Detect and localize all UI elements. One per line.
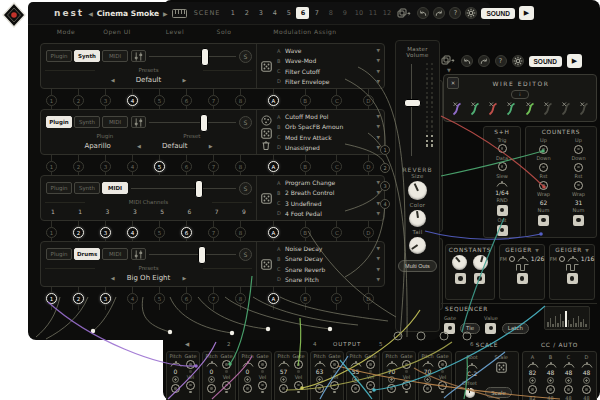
play-button[interactable]: ▶ bbox=[567, 54, 582, 68]
port-5[interactable]: 5 bbox=[154, 227, 165, 238]
port-8[interactable]: 8 bbox=[235, 227, 246, 238]
vel-port[interactable] bbox=[402, 381, 411, 390]
port-3[interactable]: 3 bbox=[100, 293, 111, 304]
mod-input-port[interactable] bbox=[172, 376, 179, 383]
slider-handle[interactable] bbox=[200, 114, 208, 132]
port-7[interactable]: 7 bbox=[208, 293, 219, 304]
reverb-input-port-2[interactable]: 2 bbox=[380, 163, 390, 173]
slider-handle[interactable] bbox=[198, 246, 206, 264]
value-prev-button[interactable]: ◀ bbox=[137, 143, 141, 149]
duplicate-icon[interactable] bbox=[397, 8, 411, 18]
vel-port[interactable] bbox=[186, 381, 195, 390]
port-6[interactable]: 6 bbox=[181, 227, 192, 238]
rate-knob[interactable] bbox=[567, 255, 579, 262]
port-1[interactable]: 1 bbox=[46, 227, 57, 238]
gate-port[interactable] bbox=[330, 360, 339, 369]
mode-button-midi[interactable]: MIDI bbox=[102, 116, 128, 128]
wire-delete-4[interactable] bbox=[504, 100, 517, 116]
midi-channel-value[interactable]: 1 bbox=[51, 208, 55, 215]
master-volume-slider[interactable] bbox=[398, 61, 437, 159]
root-knob[interactable] bbox=[466, 362, 478, 369]
geiger-name[interactable]: GEIGER bbox=[555, 247, 582, 253]
pitch-knob[interactable] bbox=[242, 360, 254, 367]
port-d[interactable]: D bbox=[363, 95, 374, 106]
info-icon[interactable]: i bbox=[511, 90, 529, 99]
pitch-port[interactable] bbox=[207, 384, 216, 393]
mod-input-port[interactable] bbox=[424, 376, 431, 383]
scene-button-11[interactable]: 11 bbox=[366, 7, 379, 19]
port-c[interactable]: C bbox=[331, 95, 342, 106]
port-8[interactable]: 8 bbox=[235, 161, 246, 172]
mod-input-port[interactable] bbox=[244, 376, 251, 383]
trig-port[interactable] bbox=[498, 144, 507, 153]
midi-channel-value[interactable]: 9 bbox=[242, 208, 246, 215]
mode-button-synth[interactable]: Synth bbox=[74, 182, 100, 194]
mod-input-port[interactable] bbox=[352, 376, 359, 383]
rnd-port[interactable] bbox=[497, 205, 508, 216]
pitch-port[interactable] bbox=[243, 384, 252, 393]
port-a[interactable]: A bbox=[268, 227, 279, 238]
scene-button-10[interactable]: 10 bbox=[352, 7, 365, 19]
cc-mod-port[interactable] bbox=[565, 377, 572, 384]
multi-outs-button[interactable]: Multi Outs bbox=[398, 260, 437, 272]
wire-delete-7[interactable] bbox=[559, 100, 572, 116]
cc-out-port[interactable] bbox=[528, 385, 537, 394]
port-c[interactable]: C bbox=[331, 161, 342, 172]
port-3[interactable]: 3 bbox=[100, 227, 111, 238]
mode-button-midi[interactable]: MIDI bbox=[102, 182, 128, 194]
mode-button-drums[interactable]: Drums bbox=[74, 248, 100, 260]
port-3[interactable]: 3 bbox=[100, 161, 111, 172]
port-d[interactable]: D bbox=[363, 227, 374, 238]
midi-channel-value[interactable]: 6 bbox=[187, 208, 191, 215]
scene-button-9[interactable]: 9 bbox=[338, 7, 351, 19]
vel-port[interactable] bbox=[222, 381, 231, 390]
size-knob[interactable] bbox=[408, 181, 427, 200]
modulation-slot-a[interactable]: AProgram Change▼ bbox=[277, 179, 380, 186]
midi-channel-value[interactable]: 3 bbox=[106, 208, 110, 215]
slew-knob[interactable] bbox=[496, 180, 508, 187]
port-7[interactable]: 7 bbox=[208, 95, 219, 106]
modulation-slot-d[interactable]: DFilter Envelope▼ bbox=[277, 78, 380, 85]
pitch-knob[interactable] bbox=[386, 360, 398, 367]
mode-button-plugin[interactable]: Plugin bbox=[46, 248, 72, 260]
pitch-port[interactable] bbox=[279, 384, 288, 393]
vel-port[interactable] bbox=[366, 381, 375, 390]
cc-knob[interactable] bbox=[545, 361, 557, 368]
preset-prev-button[interactable]: ◀ bbox=[88, 10, 93, 17]
reverb-input-port-1[interactable]: 1 bbox=[380, 145, 390, 155]
value-prev-button[interactable]: ◀ bbox=[111, 275, 115, 281]
pitch-knob[interactable] bbox=[314, 360, 326, 367]
value-display[interactable]: Default bbox=[149, 142, 201, 150]
mod-input-port[interactable] bbox=[388, 376, 395, 383]
mode-button-synth[interactable]: Synth bbox=[74, 50, 100, 62]
cc-knob[interactable] bbox=[527, 361, 539, 368]
pitch-knob[interactable] bbox=[422, 360, 434, 367]
port-c[interactable]: C bbox=[331, 293, 342, 304]
scene-button-12[interactable]: 12 bbox=[380, 7, 393, 19]
mod-input-port[interactable] bbox=[316, 376, 323, 383]
cc-mod-port[interactable] bbox=[547, 377, 554, 384]
undo-button[interactable] bbox=[417, 7, 429, 19]
down-port[interactable] bbox=[539, 163, 548, 172]
port-a[interactable]: A bbox=[268, 95, 279, 106]
port-2[interactable]: 2 bbox=[73, 95, 84, 106]
plugin-name[interactable]: Aparillo bbox=[84, 142, 111, 150]
port-b[interactable]: B bbox=[300, 227, 311, 238]
up-port[interactable] bbox=[539, 145, 548, 154]
mode-button-plugin[interactable]: Plugin bbox=[46, 182, 72, 194]
port-b[interactable]: B bbox=[300, 293, 311, 304]
dice-icon[interactable] bbox=[261, 193, 272, 204]
cc-mod-port[interactable] bbox=[583, 377, 590, 384]
pitch-knob[interactable] bbox=[278, 360, 290, 367]
modulation-slot-a[interactable]: ACutoff Mod Pol▼ bbox=[277, 113, 380, 120]
gate-port[interactable] bbox=[186, 360, 195, 369]
modulation-slot-d[interactable]: DUnassigned▼ bbox=[277, 144, 380, 151]
modulation-slot-c[interactable]: CSnare Reverb▼ bbox=[277, 266, 380, 273]
vel-port[interactable] bbox=[294, 381, 303, 390]
master-volume-handle[interactable] bbox=[404, 99, 421, 107]
scene-button-7[interactable]: 7 bbox=[310, 7, 323, 19]
num-port[interactable] bbox=[573, 215, 584, 226]
pitch-port[interactable] bbox=[351, 384, 360, 393]
port-2[interactable]: 2 bbox=[73, 227, 84, 238]
solo-button[interactable]: S bbox=[239, 116, 252, 129]
